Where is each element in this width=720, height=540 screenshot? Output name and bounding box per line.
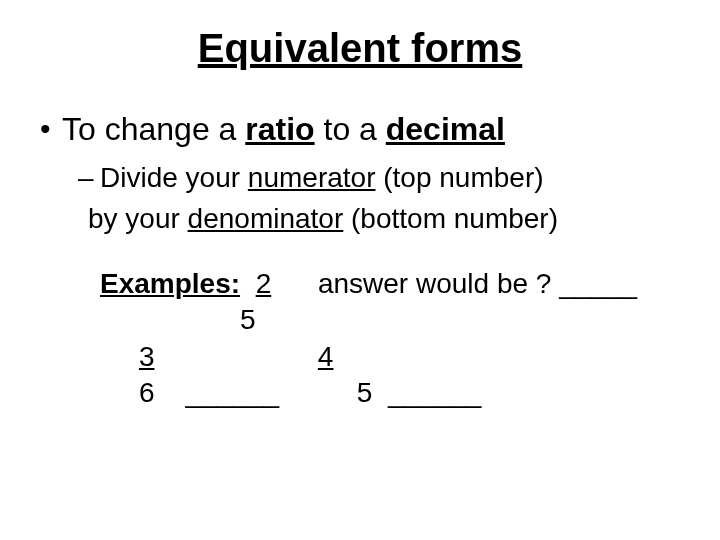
examples-row-2: 5 — [100, 302, 680, 338]
examples-label: Examples: — [100, 268, 240, 299]
examples-block: Examples: 2 answer would be ? _____ 5 3 … — [40, 266, 680, 412]
fraction-3-denominator: 5 — [357, 377, 373, 408]
text: (bottom number) — [343, 203, 558, 234]
text: To change a — [62, 111, 245, 147]
text: by your — [88, 203, 188, 234]
text: Divide your — [100, 162, 248, 193]
slide: Equivalent forms To change a ratio to a … — [0, 0, 720, 540]
blank-2: ______ — [186, 377, 279, 408]
text-decimal: decimal — [386, 111, 505, 147]
bullet-level-1: To change a ratio to a decimal — [40, 111, 680, 148]
text: to a — [315, 111, 386, 147]
examples-row-3: 3 4 — [100, 339, 680, 375]
examples-row-1: Examples: 2 answer would be ? _____ — [100, 266, 680, 302]
text-numerator: numerator — [248, 162, 376, 193]
text-denominator: denominator — [188, 203, 344, 234]
examples-row-4: 6 ______ 5 ______ — [100, 375, 680, 411]
bullet-level-2: Divide your numerator (top number) — [40, 160, 680, 195]
answer-1-text: answer would be ? _____ — [318, 268, 637, 299]
fraction-1-denominator: 5 — [240, 304, 256, 335]
fraction-2-denominator: 6 — [139, 377, 155, 408]
page-title: Equivalent forms — [40, 26, 680, 71]
text: (top number) — [375, 162, 543, 193]
fraction-1-numerator: 2 — [256, 268, 272, 299]
fraction-3-numerator: 4 — [318, 341, 334, 372]
bullet-level-2-cont: by your denominator (bottom number) — [40, 201, 680, 236]
fraction-2-numerator: 3 — [139, 341, 155, 372]
blank-3: ______ — [388, 377, 481, 408]
text-ratio: ratio — [245, 111, 314, 147]
